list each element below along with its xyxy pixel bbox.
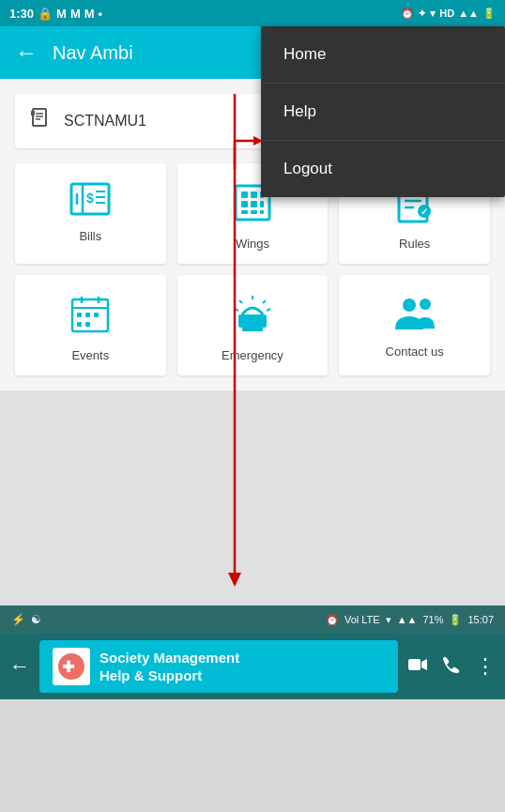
video-call-icon[interactable] [407, 654, 428, 680]
svg-rect-14 [251, 192, 257, 198]
svg-marker-55 [421, 659, 427, 670]
status-bar: 1:30 🔒 M M M • ⏰ ✦ ▾ HD ▲▲ 🔋 [0, 0, 505, 26]
svg-rect-37 [238, 314, 267, 328]
back-button[interactable]: ← [15, 39, 38, 66]
wa-action-icons: ⋮ [407, 654, 496, 680]
bottom-signal-icon: ▲▲ [397, 614, 418, 625]
header-title: Nav Ambi [53, 42, 133, 64]
svg-rect-36 [85, 322, 90, 327]
svg-rect-0 [33, 109, 46, 126]
svg-line-42 [235, 309, 238, 311]
menu-item-logout[interactable]: Logout [261, 141, 505, 197]
grid-item-contact-us[interactable]: Contact us [339, 275, 490, 375]
svg-rect-43 [242, 328, 263, 331]
bottom-status-bar: ⚡ ☯ ⏰ Vol LTE ▾ ▲▲ 71% 🔋 15:07 [0, 605, 505, 634]
grid-item-events[interactable]: Events [15, 275, 166, 375]
rules-label: Rules [399, 237, 430, 251]
alarm-icon: ⏰ [401, 8, 414, 20]
svg-text:✓: ✓ [421, 207, 428, 217]
status-bar-left: 1:30 🔒 M M M • [9, 7, 102, 21]
wifi-icon: ▾ [430, 8, 436, 20]
bottom-battery-icon: 🔋 [449, 614, 462, 626]
bottom-lte-icon: Vol LTE [344, 614, 380, 625]
menu-item-home[interactable]: Home [261, 26, 505, 84]
svg-rect-21 [260, 210, 264, 214]
events-label: Events [71, 348, 109, 362]
emergency-icon [229, 294, 276, 339]
svg-point-45 [420, 299, 431, 310]
status-icon-gmail3: M [84, 7, 95, 21]
svg-line-41 [267, 309, 270, 311]
svg-rect-18 [260, 201, 264, 207]
wa-avatar: ✚ [53, 648, 90, 685]
status-time: 1:30 [9, 7, 34, 21]
user-card-icon [30, 107, 53, 135]
svg-rect-32 [77, 313, 82, 317]
svg-rect-13 [241, 192, 248, 198]
events-icon [69, 294, 111, 339]
emergency-label: Emergency [222, 348, 283, 362]
svg-rect-19 [241, 210, 248, 214]
svg-rect-20 [251, 210, 257, 214]
bottom-wifi-icon: ▾ [386, 614, 391, 626]
svg-rect-34 [94, 313, 99, 317]
wa-contact-info[interactable]: ✚ Society Management Help & Support [39, 640, 398, 693]
user-name: SCTNAMU1 [64, 113, 146, 130]
svg-rect-17 [251, 201, 257, 207]
svg-rect-33 [85, 313, 90, 317]
svg-rect-35 [77, 322, 82, 327]
circle-icon: ☯ [31, 613, 41, 626]
status-bar-right: ⏰ ✦ ▾ HD ▲▲ 🔋 [401, 8, 496, 20]
status-dot: • [99, 7, 103, 21]
svg-point-44 [403, 299, 416, 312]
signal-icon: ▲▲ [458, 8, 479, 19]
svg-line-40 [239, 300, 242, 303]
whatsapp-bar: ← ✚ Society Management Help & Support ⋮ [0, 634, 505, 699]
svg-rect-4 [31, 111, 35, 115]
dropdown-menu: Home Help Logout [261, 26, 505, 197]
bottom-status-right: ⏰ Vol LTE ▾ ▲▲ 71% 🔋 15:07 [326, 614, 494, 626]
bottom-battery: 71% [422, 614, 443, 625]
wings-label: Wings [236, 237, 269, 251]
contact-icon [391, 294, 438, 335]
flash-icon: ⚡ [11, 613, 25, 626]
wa-back-button[interactable]: ← [9, 654, 30, 679]
wa-contact-name: Society Management Help & Support [99, 649, 239, 685]
bills-icon: $ [69, 182, 111, 220]
grid-item-emergency[interactable]: Emergency [177, 275, 329, 375]
svg-line-39 [263, 300, 266, 303]
status-icon-signal: 🔒 [38, 7, 53, 21]
status-icon-gmail2: M [70, 7, 81, 21]
svg-rect-16 [241, 201, 248, 207]
svg-rect-54 [408, 659, 421, 670]
voice-call-icon[interactable] [441, 654, 462, 680]
bottom-time: 15:07 [467, 614, 494, 625]
menu-item-help[interactable]: Help [261, 84, 505, 141]
grid-item-bills[interactable]: $ Bills [15, 163, 166, 264]
bluetooth-icon: ✦ [418, 8, 426, 20]
more-options-icon[interactable]: ⋮ [475, 654, 496, 679]
svg-text:✚: ✚ [62, 659, 75, 675]
bottom-alarm-icon: ⏰ [326, 614, 339, 626]
status-icon-gmail: M [56, 7, 67, 21]
network-type: HD [439, 8, 454, 19]
gray-area [0, 699, 505, 812]
battery-icon: 🔋 [482, 8, 496, 20]
svg-marker-50 [228, 573, 241, 587]
bottom-status-left: ⚡ ☯ [11, 613, 41, 626]
svg-text:$: $ [86, 191, 94, 206]
bills-label: Bills [79, 229, 101, 243]
contact-us-label: Contact us [386, 345, 444, 359]
